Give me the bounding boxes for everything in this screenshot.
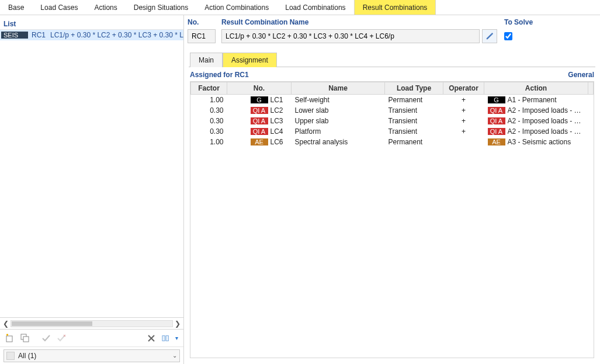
cell-factor: 0.30 [191,105,227,116]
subtab-main[interactable]: Main [190,53,223,67]
view-mode-button[interactable]: ▾ [160,332,180,345]
action-badge: AE [488,138,505,145]
left-panel: List SEIS RC1 LC1/p + 0.30 * LC2 + 0.30 … [0,15,184,364]
action-badge: QI A [488,107,505,114]
table-row[interactable]: 1.00GLC1Self-weightPermanent+GA1 - Perma… [191,95,594,106]
cell-factor: 1.00 [191,137,227,147]
table-row[interactable]: 1.00AELC6Spectral analysisPermanentAEA3 … [191,137,594,147]
tab-load-combinations[interactable]: Load Combinations [277,0,353,15]
action-text: A1 - Permanent [508,96,557,104]
table-row[interactable]: 0.30QI ALC3Upper slabTransient+QI AA2 - … [191,116,594,126]
tab-load-cases[interactable]: Load Cases [32,0,86,15]
pencil-icon [485,32,494,40]
col-name[interactable]: Name [292,82,385,95]
lc-id: LC6 [270,138,287,146]
edit-name-button[interactable] [482,29,497,43]
lc-badge: QI A [251,107,268,114]
cell-type: Permanent [385,95,443,106]
lc-id: LC2 [270,106,287,115]
cell-type: Transient [385,116,443,126]
cell-operator: + [443,126,484,137]
lc-badge: QI A [251,128,268,135]
action-text: A2 - Imposed loads - ca... [508,127,585,136]
cell-type: Transient [385,105,443,116]
new-button[interactable] [4,332,16,345]
solve-checkbox[interactable] [504,32,512,40]
filter-value: All (1) [18,352,36,360]
no-input[interactable] [188,29,216,43]
scroll-left-icon[interactable]: ❮ [1,319,11,328]
solve-label: To Solve [504,16,596,29]
cell-name: Self-weight [292,95,385,106]
svg-rect-0 [6,336,12,342]
cell-name: Upper slab [292,116,385,126]
copy-button[interactable] [19,332,32,345]
col-load-type[interactable]: Load Type [385,82,443,95]
filter-dropdown[interactable]: All (1) ⌄ [4,349,180,362]
col-operator[interactable]: Operator [443,82,484,95]
lc-id: LC4 [270,127,287,136]
tab-action-combinations[interactable]: Action Combinations [196,0,277,15]
list-item-rc: RC1 [32,31,46,39]
action-badge: QI A [488,117,505,124]
svg-rect-2 [23,337,29,342]
cell-operator: + [443,95,484,106]
subtab-assignment[interactable]: Assignment [223,53,277,67]
col-factor[interactable]: Factor [191,82,227,95]
chevron-down-icon: ▾ [175,335,178,341]
list-item[interactable]: SEIS RC1 LC1/p + 0.30 * LC2 + 0.30 * LC3… [0,30,183,40]
section-title: Assigned for RC1 [190,71,249,79]
table-row[interactable]: 0.30QI ALC2Lower slabTransient+QI AA2 - … [191,105,594,116]
cell-factor: 0.30 [191,116,227,126]
filter-icon [6,352,15,360]
lc-id: LC3 [270,117,287,125]
col-end [588,82,594,95]
cell-type: Transient [385,126,443,137]
action-text: A3 - Seismic actions [508,138,571,146]
list-item-desc: LC1/p + 0.30 * LC2 + 0.30 * LC3 + 0.30 *… [50,31,183,39]
chevron-down-icon: ⌄ [172,352,177,359]
list-title: List [4,20,16,28]
cell-factor: 0.30 [191,126,227,137]
cell-operator: + [443,105,484,116]
check-assign-button[interactable] [40,332,53,345]
tab-actions[interactable]: Actions [86,0,125,15]
cell-operator: + [443,116,484,126]
cell-factor: 1.00 [191,95,227,106]
scroll-right-icon[interactable]: ❯ [173,319,182,328]
horizontal-scrollbar[interactable]: ❮ ❯ [0,317,183,329]
cell-operator [443,137,484,147]
no-label: No. [188,16,214,29]
assignment-table: Factor No. Name Load Type Operator Actio… [190,81,594,358]
col-no[interactable]: No. [227,82,292,95]
name-label: Result Combination Name [221,16,497,29]
right-panel: No. Result Combination Name To Solve [184,15,600,364]
action-badge: QI A [488,128,505,135]
name-input[interactable] [221,29,480,43]
col-action[interactable]: Action [484,82,588,95]
table-row[interactable]: 0.30QI ALC4PlatformTransient+QI AA2 - Im… [191,126,594,137]
cell-name: Lower slab [292,105,385,116]
tab-base[interactable]: Base [0,0,32,15]
lc-badge: QI A [251,117,268,124]
top-tab-bar: Base Load Cases Actions Design Situation… [0,0,600,15]
cell-name: Platform [292,126,385,137]
list-toolbar: ▾ [0,329,183,346]
seis-badge: SEIS [1,32,28,39]
cell-type: Permanent [385,137,443,147]
table-header-row: Factor No. Name Load Type Operator Actio… [191,82,594,95]
action-text: A2 - Imposed loads - ca... [508,117,585,125]
delete-button[interactable] [145,332,158,345]
lc-badge: G [251,96,268,103]
svg-rect-8 [166,335,168,341]
cell-name: Spectral analysis [292,137,385,147]
action-text: A2 - Imposed loads - ca... [508,106,585,115]
action-badge: G [488,96,505,103]
lc-badge: AE [251,138,268,145]
check-unassign-button[interactable] [55,332,68,345]
svg-rect-7 [162,335,165,341]
tab-result-combinations[interactable]: Result Combinations [354,0,436,15]
tab-design-situations[interactable]: Design Situations [126,0,196,15]
result-combination-list[interactable]: SEIS RC1 LC1/p + 0.30 * LC2 + 0.30 * LC3… [0,29,183,317]
general-link[interactable]: General [568,71,594,79]
